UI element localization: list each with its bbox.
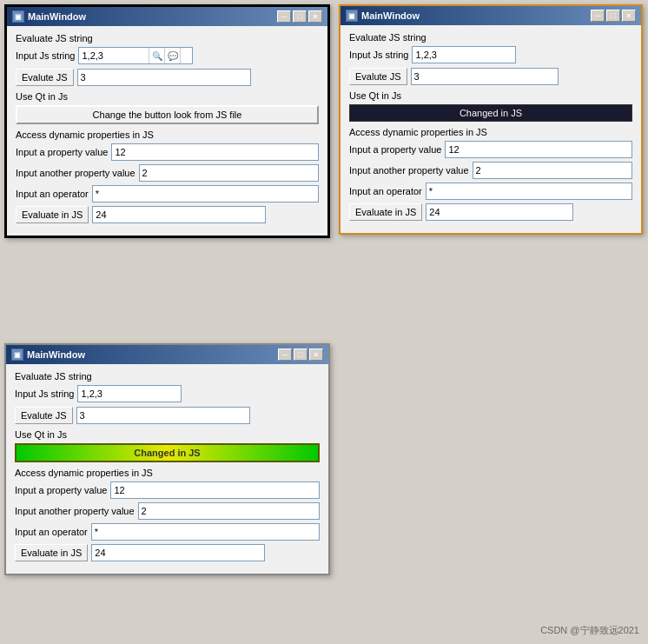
titlebar-left-1: ▣ MainWindow xyxy=(12,10,86,23)
titlebar-1: ▣ MainWindow ─ □ × xyxy=(7,7,327,26)
change-btn-3[interactable]: Changed in JS xyxy=(15,443,320,462)
window-controls-2: ─ □ × xyxy=(591,10,636,22)
prop1-label-3: Input a property value xyxy=(15,485,107,495)
eval2-output-2: 24 xyxy=(426,203,573,221)
js-input-row-2: Input Js string xyxy=(349,46,632,63)
op-input-3[interactable] xyxy=(91,523,320,541)
window-2: ▣ MainWindow ─ □ × Evaluate JS string In… xyxy=(339,4,643,235)
eval-btn-3[interactable]: Evalute JS xyxy=(15,407,73,424)
op-row-2: Input an operator xyxy=(349,183,632,200)
close-btn-1[interactable]: × xyxy=(308,10,322,23)
change-btn-1[interactable]: Change the button look from JS file xyxy=(16,105,319,124)
section-dynamic-title-3: Access dynamic properties in JS xyxy=(15,468,320,478)
eval2-btn-2[interactable]: Evaluate in JS xyxy=(349,203,422,221)
prop2-input-3[interactable] xyxy=(138,502,320,520)
window-controls-1: ─ □ × xyxy=(277,10,322,23)
search-icon-1[interactable]: 🔍 xyxy=(149,48,164,63)
eval2-output-3: 24 xyxy=(91,544,265,561)
op-input-2[interactable] xyxy=(426,183,632,200)
js-input-row-1: Input Js string 🔍 💬 xyxy=(16,47,319,64)
window-icon-3: ▣ xyxy=(11,349,23,361)
maximize-btn-1[interactable]: □ xyxy=(293,10,307,23)
titlebar-3: ▣ MainWindow ─ □ × xyxy=(6,345,328,364)
js-input-field-1[interactable] xyxy=(79,48,149,63)
eval-output-3: 3 xyxy=(76,407,250,424)
chat-icon-1[interactable]: 💬 xyxy=(164,48,180,63)
titlebar-2: ▣ MainWindow ─ □ × xyxy=(341,6,641,25)
section-qt-title-3: Use Qt in Js xyxy=(15,429,320,440)
prop1-label-1: Input a property value xyxy=(16,147,108,157)
eval2-output-1: 24 xyxy=(92,206,266,223)
section-eval-title-2: Evaluate JS string xyxy=(349,32,632,43)
window-controls-3: ─ □ × xyxy=(278,349,323,361)
prop2-label-1: Input another property value xyxy=(16,168,136,178)
eval2-row-3: Evaluate in JS 24 xyxy=(15,544,320,561)
window-title-3: MainWindow xyxy=(27,349,85,360)
eval2-row-2: Evaluate in JS 24 xyxy=(349,203,632,221)
minimize-btn-1[interactable]: ─ xyxy=(277,10,291,23)
window-icon-2: ▣ xyxy=(346,10,358,22)
section-dynamic-title-2: Access dynamic properties in JS xyxy=(349,127,632,137)
eval2-btn-1[interactable]: Evaluate in JS xyxy=(16,206,89,223)
eval-output-1: 3 xyxy=(77,69,251,86)
js-input-container-1: 🔍 💬 xyxy=(78,47,193,64)
section-eval-title-1: Evaluate JS string xyxy=(16,33,319,43)
prop2-label-3: Input another property value xyxy=(15,506,135,516)
prop2-row-3: Input another property value xyxy=(15,502,320,520)
eval2-btn-3[interactable]: Evaluate in JS xyxy=(15,544,88,561)
js-input-label-1: Input Js string xyxy=(16,50,75,61)
js-input-row-3: Input Js string xyxy=(15,385,320,402)
op-row-3: Input an operator xyxy=(15,523,320,541)
eval-row-2: Evalute JS 3 xyxy=(349,68,632,85)
watermark: CSDN @宁静致远2021 xyxy=(540,624,639,637)
eval-btn-2[interactable]: Evalute JS xyxy=(349,68,407,85)
titlebar-left-2: ▣ MainWindow xyxy=(346,10,420,22)
eval-row-3: Evalute JS 3 xyxy=(15,407,320,424)
eval-row-1: Evalute JS 3 xyxy=(16,69,319,86)
prop1-input-1[interactable] xyxy=(111,143,319,161)
prop1-input-3[interactable] xyxy=(110,481,320,499)
window-3: ▣ MainWindow ─ □ × Evaluate JS string In… xyxy=(4,343,330,575)
prop1-input-2[interactable] xyxy=(445,141,632,158)
minimize-btn-3[interactable]: ─ xyxy=(278,349,292,361)
window-body-3: Evaluate JS string Input Js string Evalu… xyxy=(6,364,328,574)
window-body-1: Evaluate JS string Input Js string 🔍 💬 E… xyxy=(7,26,327,236)
close-btn-3[interactable]: × xyxy=(309,349,323,361)
op-label-3: Input an operator xyxy=(15,527,88,537)
close-btn-2[interactable]: × xyxy=(622,10,636,22)
section-qt-title-1: Use Qt in Js xyxy=(16,91,319,102)
window-1: ▣ MainWindow ─ □ × Evaluate JS string In… xyxy=(4,4,330,238)
js-input-label-2: Input Js string xyxy=(349,50,408,60)
js-input-label-3: Input Js string xyxy=(15,388,74,399)
prop1-row-2: Input a property value xyxy=(349,141,632,158)
op-label-2: Input an operator xyxy=(349,186,422,196)
maximize-btn-3[interactable]: □ xyxy=(294,349,307,361)
prop1-row-1: Input a property value xyxy=(16,143,319,161)
prop2-label-2: Input another property value xyxy=(349,165,469,176)
prop2-row-2: Input another property value xyxy=(349,162,632,179)
op-row-1: Input an operator xyxy=(16,185,319,202)
change-btn-2[interactable]: Changed in JS xyxy=(349,104,632,122)
eval2-row-1: Evaluate in JS 24 xyxy=(16,206,319,223)
op-label-1: Input an operator xyxy=(16,189,89,199)
section-eval-title-3: Evaluate JS string xyxy=(15,371,320,382)
js-input-field-2[interactable] xyxy=(412,46,516,63)
window-body-2: Evaluate JS string Input Js string Evalu… xyxy=(341,25,641,233)
titlebar-left-3: ▣ MainWindow xyxy=(11,349,85,361)
window-title-2: MainWindow xyxy=(361,10,420,21)
prop1-label-2: Input a property value xyxy=(349,144,441,155)
window-icon-1: ▣ xyxy=(12,10,24,23)
minimize-btn-2[interactable]: ─ xyxy=(591,10,605,22)
maximize-btn-2[interactable]: □ xyxy=(606,10,620,22)
js-input-field-3[interactable] xyxy=(77,385,182,402)
eval-output-2: 3 xyxy=(411,68,559,85)
eval-btn-1[interactable]: Evalute JS xyxy=(16,69,74,86)
op-input-1[interactable] xyxy=(92,185,319,202)
prop1-row-3: Input a property value xyxy=(15,481,320,499)
prop2-row-1: Input another property value xyxy=(16,164,319,182)
prop2-input-2[interactable] xyxy=(473,162,632,179)
section-qt-title-2: Use Qt in Js xyxy=(349,90,632,101)
prop2-input-1[interactable] xyxy=(139,164,319,182)
section-dynamic-title-1: Access dynamic properties in JS xyxy=(16,129,319,140)
extra-icon-1 xyxy=(180,48,192,63)
